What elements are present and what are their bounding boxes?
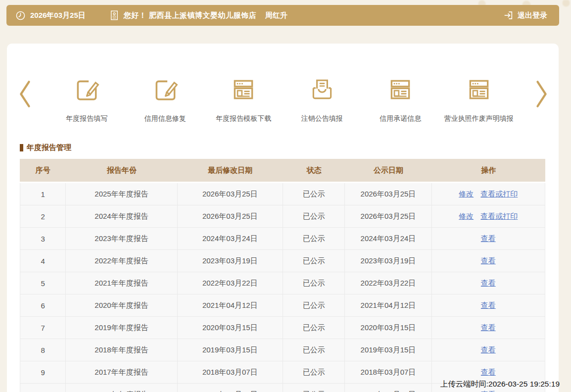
cell-report-year: 2025年年度报告 <box>66 183 177 205</box>
view-link[interactable]: 查看 <box>481 323 496 332</box>
cell-publish-date: 2026年03月25日 <box>345 183 431 205</box>
cell-status: 已公示 <box>283 205 345 228</box>
table-row: 52021年年度报告2022年03月22日已公示2022年03月22日查看 <box>20 272 545 294</box>
view-link[interactable]: 查看 <box>481 256 496 265</box>
cell-report-year: 2024年年度报告 <box>66 205 177 228</box>
inbox-doc-icon <box>309 76 335 104</box>
quick-action-label: 信用信息修复 <box>144 114 186 123</box>
browser-doc-icon <box>230 76 257 104</box>
cell-publish-date: 2020年03月15日 <box>345 317 431 339</box>
cell-index: 1 <box>20 183 66 205</box>
chevron-right-icon <box>534 103 548 110</box>
chevron-left-icon <box>18 103 32 110</box>
cell-publish-date: 2021年04月12日 <box>345 294 431 317</box>
table-row: 62020年年度报告2021年04月12日已公示2021年04月12日查看 <box>20 294 545 317</box>
cell-report-year: 2019年年度报告 <box>66 317 177 339</box>
annual-report-table: 序号报告年份最后修改日期状态公示日期操作 12025年年度报告2026年03月2… <box>20 159 545 392</box>
edit-square-icon <box>73 76 100 104</box>
cell-report-year: 2023年年度报告 <box>66 228 177 250</box>
column-header: 最后修改日期 <box>178 159 283 183</box>
main-panel: 年度报告填写 信用信息修复 年度报告模板下载 注销公告填报 信用承诺信息 <box>7 44 559 392</box>
cell-actions: 修改查看或打印 <box>432 205 545 228</box>
column-header: 公示日期 <box>345 159 431 183</box>
carousel-prev-button[interactable] <box>17 79 34 110</box>
section-title-text: 年度报告管理 <box>27 143 71 152</box>
cell-report-year: 2020年年度报告 <box>66 294 177 317</box>
cell-status: 已公示 <box>283 339 345 361</box>
view-link[interactable]: 查看 <box>481 279 496 287</box>
logout-button[interactable]: 退出登录 <box>503 10 547 21</box>
table-row: 12025年年度报告2026年03月25日已公示2026年03月25日修改查看或… <box>20 183 545 205</box>
browser-doc-icon <box>387 76 414 104</box>
cell-actions: 查看 <box>432 228 545 250</box>
cell-actions: 查看 <box>432 272 545 294</box>
cell-report-year: 2022年年度报告 <box>66 250 177 272</box>
cell-publish-date: 2018年03月07日 <box>345 361 431 384</box>
cell-last-modified-date: 2026年03月25日 <box>178 183 283 205</box>
top-bar: 2026年03月25日 您好！ 肥西县上派镇博文婴幼儿服饰店 周红升 退出登录 <box>6 5 559 26</box>
view-link[interactable]: 查看 <box>481 301 496 309</box>
table-header-row: 序号报告年份最后修改日期状态公示日期操作 <box>20 159 545 183</box>
quick-action-item[interactable]: 信用承诺信息 <box>361 76 440 123</box>
quick-action-item[interactable]: 年度报告填写 <box>48 76 126 123</box>
table-row: 22024年年度报告2026年03月25日已公示2026年03月25日修改查看或… <box>20 205 545 228</box>
cell-last-modified-date: 2023年03月19日 <box>178 250 283 272</box>
column-header: 状态 <box>283 159 345 183</box>
clock-icon <box>15 10 26 21</box>
cell-status: 已公示 <box>283 294 345 317</box>
quick-action-label: 注销公告填报 <box>301 114 343 123</box>
cell-last-modified-date: 2020年03月15日 <box>178 317 283 339</box>
quick-action-item[interactable]: 注销公告填报 <box>283 76 362 123</box>
quick-action-item[interactable]: 信用信息修复 <box>126 76 205 123</box>
cell-actions: 查看 <box>432 317 545 339</box>
greeting-text: 您好！ 肥西县上派镇博文婴幼儿服饰店 <box>124 11 256 20</box>
view-link[interactable]: 查看 <box>481 345 496 354</box>
cell-status: 已公示 <box>283 228 345 250</box>
id-badge-icon <box>109 10 119 21</box>
edit-square-icon <box>152 76 179 104</box>
column-header: 报告年份 <box>66 159 177 183</box>
view-link[interactable]: 查看 <box>481 234 496 243</box>
table-row: 82018年年度报告2019年03月15日已公示2019年03月15日查看 <box>20 339 545 361</box>
cell-publish-date: 2017年03月08日 <box>345 384 431 392</box>
cell-actions: 查看 <box>432 339 545 361</box>
cell-last-modified-date: 2017年03月08日 <box>178 384 283 392</box>
cell-last-modified-date: 2019年03月15日 <box>178 339 283 361</box>
table-row: 42022年年度报告2023年03月19日已公示2023年03月19日查看 <box>20 250 545 272</box>
view-link[interactable]: 查看 <box>481 390 496 392</box>
cell-report-year: 2018年年度报告 <box>66 339 177 361</box>
cell-index: 7 <box>20 317 66 339</box>
cell-actions: 查看 <box>432 294 545 317</box>
section-bullet-decoration <box>20 144 23 151</box>
view-link[interactable]: 查看 <box>481 368 496 376</box>
quick-action-label: 信用承诺信息 <box>380 114 421 123</box>
cell-actions: 修改查看或打印 <box>432 183 545 205</box>
view-or-print-link[interactable]: 查看或打印 <box>480 212 518 220</box>
cell-status: 已公示 <box>283 361 345 384</box>
cell-report-year: 2016年年度报告 <box>66 384 177 392</box>
quick-action-label: 年度报告填写 <box>66 114 107 123</box>
cell-index: 6 <box>20 294 66 317</box>
cell-index: 5 <box>20 272 66 294</box>
quick-action-item[interactable]: 营业执照作废声明填报 <box>440 76 519 123</box>
quick-action-label: 年度报告模板下载 <box>216 114 271 123</box>
cell-last-modified-date: 2026年03月25日 <box>178 205 283 228</box>
section-header: 年度报告管理 <box>20 143 71 152</box>
column-header: 序号 <box>20 159 66 183</box>
cell-status: 已公示 <box>283 317 345 339</box>
cell-index: 8 <box>20 339 66 361</box>
current-date: 2026年03月25日 <box>30 11 86 20</box>
cell-actions: 查看 <box>432 250 545 272</box>
logout-label: 退出登录 <box>518 11 547 20</box>
modify-link[interactable]: 修改 <box>459 212 474 220</box>
modify-link[interactable]: 修改 <box>459 190 474 198</box>
cell-index: 2 <box>20 205 66 228</box>
logout-icon <box>503 10 514 21</box>
cell-status: 已公示 <box>283 384 345 392</box>
carousel-next-button[interactable] <box>533 79 550 110</box>
cell-publish-date: 2019年03月15日 <box>345 339 431 361</box>
upload-timestamp-overlay: 上传云端时间:2026-03-25 19:25:19 <box>440 379 560 390</box>
view-or-print-link[interactable]: 查看或打印 <box>480 190 518 198</box>
browser-doc-icon <box>466 76 492 104</box>
quick-action-item[interactable]: 年度报告模板下载 <box>204 76 283 123</box>
